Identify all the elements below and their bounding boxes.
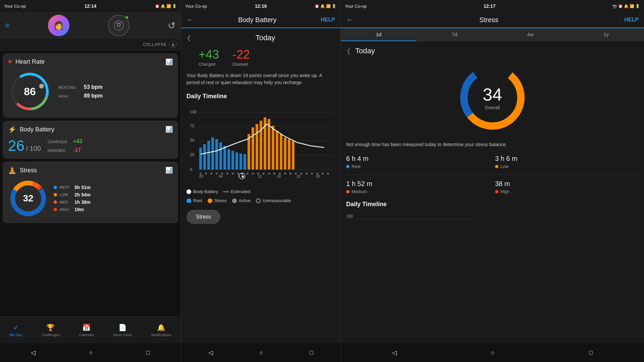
body-battery-chart-icon[interactable]: 📊 [165,126,173,133]
stress-donut-value: 34 Overall [483,84,502,111]
svg-point-59 [210,173,212,175]
battery-value-container: 26 / 100 [8,137,41,154]
charged-value: +43 [73,138,82,144]
svg-rect-42 [272,126,274,170]
svg-text:16: 16 [277,174,281,178]
rest-time-label: Rest [352,164,361,169]
unmeasurable-legend-circle [256,198,261,203]
system-nav-1: ◁ ○ □ [0,343,181,362]
tab-1y[interactable]: 1y [568,28,644,41]
svg-rect-25 [203,144,206,170]
body-battery-card[interactable]: ⚡ Body Battery 📊 26 / 100 CHARGED +43 DR… [3,121,178,159]
back-sys-btn-2[interactable]: ◁ [208,349,213,356]
prev-day-stress[interactable]: ❮ [346,47,351,55]
heart-rate-value: 86 [24,85,36,98]
heart-rate-chart-icon[interactable]: 📊 [165,58,173,66]
high-legend-label: HIGH [60,207,72,212]
battery-total: / 100 [26,145,41,152]
stress-chart-icon[interactable]: 📊 [165,167,173,174]
prev-day-button[interactable]: ❮ [186,34,192,42]
tab-1d[interactable]: 1d [341,28,417,41]
collapse-button[interactable]: ∧ [169,41,177,48]
recents-sys-btn-3[interactable]: □ [589,349,593,356]
active-legend-circle [232,198,237,203]
back-button-3[interactable]: ← [346,15,354,24]
bottom-nav: ✓ My Day 🏆 Challenges 📅 Calendar 📄 News … [0,316,181,343]
charged-label: CHARGED [48,140,68,144]
recents-sys-btn-1[interactable]: □ [146,349,150,356]
svg-rect-34 [239,154,242,170]
news-feed-label: News Feed [113,333,132,337]
battery-description: Your Body Battery is down 19 points over… [186,72,335,86]
high-hr-value: 89 bpm [84,93,103,99]
hamburger-menu[interactable]: ≡ [5,21,10,30]
stress-panel-title: Stress [479,16,498,24]
estimated-legend-label: Estimated [231,189,250,194]
charged-num: +43 [199,48,219,62]
collapse-label: COLLAPSE [143,42,167,47]
rest-dot [54,186,57,189]
med-dot [54,200,57,204]
recents-sys-btn-2[interactable]: □ [310,349,313,356]
heart-rate-title-row: ♥ Heart Rate [8,58,45,66]
svg-text:50: 50 [190,138,195,143]
help-button-3[interactable]: HELP [624,17,639,23]
tab-7d[interactable]: 7d [417,28,492,41]
stress-high-row: HIGH 19m [54,207,91,212]
tab-4w[interactable]: 4w [492,28,568,41]
svg-rect-24 [199,147,202,170]
back-button-2[interactable]: ← [186,15,194,24]
heart-rate-card[interactable]: ♥ Heart Rate 📊 [3,53,178,118]
avatar[interactable]: 👩 [48,15,69,36]
today-row-3: ❮ Today [346,47,639,55]
svg-text:00: 00 [316,174,320,178]
stress-navigate-button[interactable]: Stress [186,210,220,224]
stress-daily-timeline-title: Daily Timeline [346,201,639,208]
nav-calendar[interactable]: 📅 Calendar [79,323,94,337]
back-sys-btn-1[interactable]: ◁ [31,349,36,356]
home-sys-btn-2[interactable]: ○ [260,349,263,356]
svg-point-70 [268,173,270,175]
drained-row: DRAINED -17 [48,147,82,153]
low-legend-value: 2h 54m [74,192,91,197]
back-sys-btn-3[interactable]: ◁ [392,349,397,356]
svg-rect-33 [235,153,238,170]
high-hr-row: HIGH 89 bpm [58,93,103,99]
help-button-2[interactable]: HELP [321,17,335,23]
svg-rect-43 [276,131,278,170]
top-nav-1: ≡ 👩 ↺ [0,12,181,39]
notifications-icon: 🔔 [157,323,165,331]
nav-challenges[interactable]: 🏆 Challenges [41,323,60,337]
daily-timeline-title: Daily Timeline [186,93,335,100]
svg-point-73 [284,173,286,175]
home-sys-btn-1[interactable]: ○ [89,349,93,356]
stress-chart-placeholder: 100 [346,213,639,234]
status-bar-2: Your Co-op 12:16 ⏰ 🔔 📶 🔋 [181,0,340,12]
stress-med-row: MED 1h 38m [54,199,91,205]
svg-point-64 [237,173,239,175]
nav-news-feed[interactable]: 📄 News Feed [113,323,132,337]
rest-legend-item: Rest [186,198,202,203]
svg-rect-38 [256,124,258,170]
nav-notifications[interactable]: 🔔 Notifications [151,323,171,337]
svg-point-67 [252,173,254,175]
refresh-button[interactable]: ↺ [168,20,175,31]
nav-my-day[interactable]: ✓ My Day [10,323,22,337]
connection-indicator [125,15,129,19]
battery-stat-grid: +43 Charged -22 Drained [186,48,335,67]
unmeasurable-legend-text: Unmeasurable [263,198,291,203]
stress-rest-row: REST 5h 51m [54,185,91,190]
legend-row-2: Rest Stress Active Unmeasurable [186,198,335,203]
stress-card[interactable]: 🧘 Stress 📊 3 [3,162,178,223]
heart-icon: ♥ [8,58,12,66]
active-legend-text: Active [239,198,251,203]
svg-text:20: 20 [297,174,301,178]
stress-description: Not enough time has been measured today … [346,141,639,148]
svg-text:04: 04 [219,174,223,178]
svg-text:100: 100 [190,110,197,114]
battery-icon: ⚡ [8,125,16,133]
home-sys-btn-3[interactable]: ○ [491,349,495,356]
high-legend-value: 19m [74,207,84,212]
svg-point-58 [205,173,207,175]
high-time-dot [495,190,498,193]
